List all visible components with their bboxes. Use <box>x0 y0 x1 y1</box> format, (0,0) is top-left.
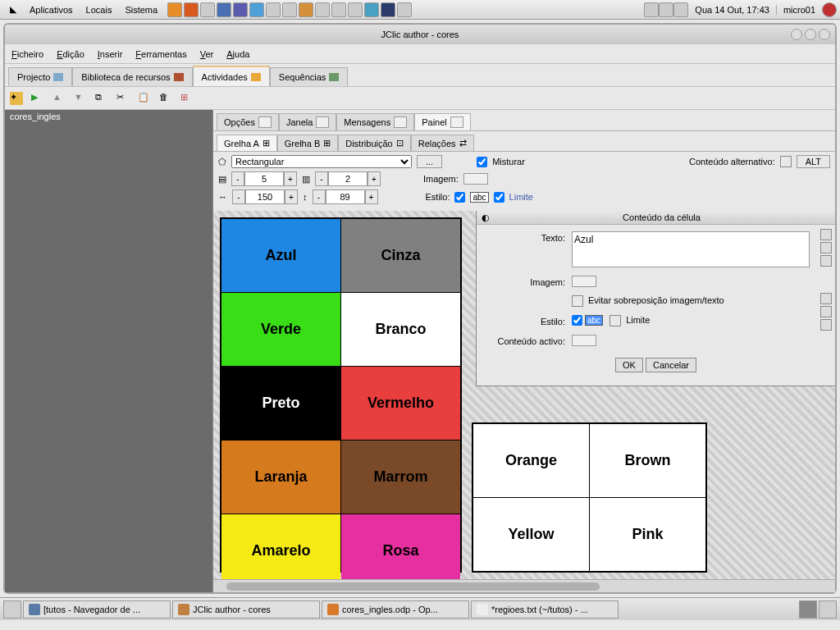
grid-cell[interactable]: Azul <box>221 219 340 292</box>
estilo-checkbox[interactable] <box>454 192 465 203</box>
cols-input[interactable] <box>244 171 284 186</box>
launcher-icon[interactable] <box>299 2 313 17</box>
show-desktop-button[interactable] <box>3 600 21 619</box>
gnome-apps-menu[interactable]: Aplicativos <box>23 5 80 15</box>
launcher-icon[interactable] <box>315 2 330 17</box>
scrollbar-thumb[interactable] <box>226 582 600 591</box>
tab-janela[interactable]: Janela <box>279 113 336 130</box>
clock[interactable]: Qua 14 Out, 17:43 <box>688 5 776 15</box>
limite-checkbox[interactable] <box>609 315 621 326</box>
imagem-button[interactable] <box>463 173 488 185</box>
tab-actividades[interactable]: Actividades <box>193 66 270 86</box>
tray-icon[interactable] <box>644 2 659 17</box>
grid-cell[interactable]: Amarelo <box>221 514 340 579</box>
tab-painel[interactable]: Painel <box>414 113 471 130</box>
cut-icon[interactable]: ✂ <box>116 92 130 105</box>
shape-select[interactable]: Rectangular <box>231 155 412 168</box>
align-icon[interactable] <box>820 306 832 317</box>
height-input[interactable] <box>326 189 365 204</box>
cancel-button[interactable]: Cancelar <box>646 358 696 372</box>
tab-projecto[interactable]: Projecto <box>8 67 72 86</box>
abc-style-button[interactable]: abc <box>470 192 488 203</box>
grid-cell[interactable]: Marrom <box>341 441 460 514</box>
tab-sequencias[interactable]: Sequências <box>270 67 349 86</box>
abc-style-button[interactable]: abc <box>585 315 603 326</box>
tab-opcoes[interactable]: Opções <box>217 113 279 130</box>
tab-mensagens[interactable]: Mensagens <box>336 113 414 130</box>
spin-up[interactable]: + <box>284 171 297 186</box>
grid-cell[interactable]: Pink <box>590 498 705 571</box>
activo-button[interactable] <box>572 335 596 346</box>
tab-grelha-b[interactable]: Grelha B⊞ <box>277 135 338 151</box>
menu-ficheiro[interactable]: Ficheiro <box>11 49 43 59</box>
grid-cell[interactable]: Branco <box>341 293 460 366</box>
alt-button[interactable]: ALT <box>797 155 830 168</box>
spin-down[interactable]: - <box>232 189 245 204</box>
delete-icon[interactable]: 🗑 <box>159 92 172 105</box>
grid-cell[interactable]: Vermelho <box>341 367 460 440</box>
copy-icon[interactable]: ⧉ <box>95 92 108 105</box>
evitar-checkbox[interactable] <box>572 295 583 307</box>
ok-button[interactable]: OK <box>615 358 643 372</box>
menu-ferramentas[interactable]: Ferramentas <box>135 49 186 59</box>
launcher-icon[interactable] <box>348 2 363 17</box>
taskbar-button[interactable]: JClic author - cores <box>172 600 320 619</box>
menu-ajuda[interactable]: Ajuda <box>226 49 249 59</box>
grid-settings-icon[interactable]: ⊞ <box>180 92 194 105</box>
new-icon[interactable]: ✦ <box>10 92 23 105</box>
launcher-icon[interactable] <box>200 2 215 17</box>
texto-input[interactable]: Azul <box>572 231 810 267</box>
tab-distribuicao[interactable]: Distribuição⊡ <box>338 135 410 151</box>
align-icon[interactable] <box>820 319 832 331</box>
launcher-icon[interactable] <box>217 2 231 17</box>
cols-spinner[interactable]: - + <box>231 171 297 186</box>
volume-icon[interactable] <box>673 2 688 17</box>
grid-cell[interactable]: Laranja <box>221 441 340 514</box>
conteudo-alt-checkbox[interactable] <box>780 156 792 167</box>
activity-item[interactable]: cores_ingles <box>5 110 212 123</box>
grid-cell[interactable]: Preto <box>221 367 340 440</box>
launcher-icon[interactable] <box>397 2 412 17</box>
down-icon[interactable]: ▼ <box>74 92 87 105</box>
launcher-icon[interactable] <box>266 2 281 17</box>
grid-cell[interactable]: Rosa <box>341 514 460 579</box>
menu-inserir[interactable]: Inserir <box>98 49 123 59</box>
shape-more-button[interactable]: ... <box>417 155 442 168</box>
spin-up[interactable]: + <box>368 171 381 186</box>
height-spinner[interactable]: - + <box>313 189 378 204</box>
maximize-button[interactable] <box>805 29 816 40</box>
tab-relacoes[interactable]: Relações⇄ <box>411 135 474 151</box>
trash-icon[interactable] <box>819 600 837 619</box>
imagem-button[interactable] <box>572 276 596 287</box>
grid-cell[interactable]: Cinza <box>341 219 460 292</box>
gnome-foot-icon[interactable]: ◣ <box>3 4 23 15</box>
launcher-icon[interactable] <box>381 2 395 17</box>
minimize-button[interactable] <box>791 29 802 40</box>
spin-up[interactable]: + <box>365 189 378 204</box>
gnome-places-menu[interactable]: Locais <box>80 5 119 15</box>
gnome-system-menu[interactable]: Sistema <box>118 5 164 15</box>
launcher-icon[interactable] <box>282 2 297 17</box>
launcher-icon[interactable] <box>331 2 346 17</box>
user-menu[interactable]: micro01 <box>776 5 822 15</box>
grid-cell[interactable]: Orange <box>473 424 589 497</box>
firefox-icon[interactable] <box>184 2 199 17</box>
paste-icon[interactable]: 📋 <box>138 92 151 105</box>
grid-cell[interactable]: Verde <box>221 293 340 366</box>
spin-down[interactable]: - <box>315 171 328 186</box>
width-input[interactable] <box>245 189 285 204</box>
rows-spinner[interactable]: - + <box>315 171 381 186</box>
tab-grelha-a[interactable]: Grelha A⊞ <box>217 135 277 151</box>
launcher-icon[interactable] <box>167 2 182 17</box>
limite-checkbox[interactable] <box>494 192 504 203</box>
spin-down[interactable]: - <box>313 189 326 204</box>
menu-ver[interactable]: Ver <box>200 49 214 59</box>
up-icon[interactable]: ▲ <box>52 92 66 105</box>
close-button[interactable] <box>819 29 830 40</box>
shutdown-icon[interactable] <box>822 2 837 17</box>
launcher-icon[interactable] <box>249 2 264 17</box>
align-icon[interactable] <box>820 293 832 304</box>
spin-up[interactable]: + <box>285 189 298 204</box>
taskbar-button[interactable]: cores_ingles.odp - Op... <box>322 600 469 619</box>
horizontal-scrollbar[interactable] <box>213 579 835 592</box>
